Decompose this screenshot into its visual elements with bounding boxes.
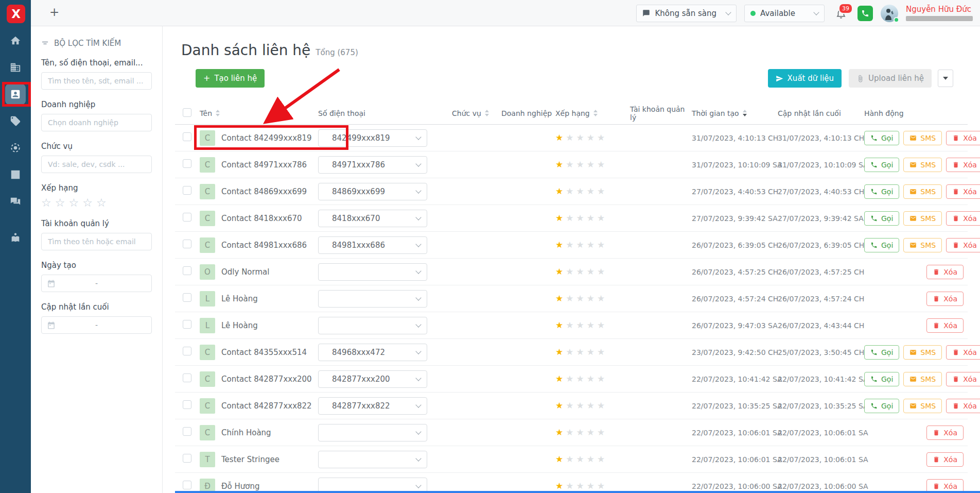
star-outline-icon[interactable]: ☆	[41, 196, 55, 209]
star-empty-icon[interactable]: ★	[576, 373, 587, 384]
new-tab-button[interactable]: +	[49, 5, 59, 19]
star-empty-icon[interactable]: ★	[597, 427, 607, 437]
star-empty-icon[interactable]: ★	[597, 454, 607, 464]
call-button[interactable]: Gọi	[864, 211, 899, 226]
star-filled-icon[interactable]: ★	[555, 293, 566, 303]
phone-dropdown[interactable]	[318, 290, 427, 308]
star-empty-icon[interactable]: ★	[587, 240, 597, 250]
star-empty-icon[interactable]: ★	[597, 213, 607, 223]
star-empty-icon[interactable]: ★	[587, 373, 597, 384]
star-empty-icon[interactable]: ★	[566, 186, 576, 196]
star-empty-icon[interactable]: ★	[587, 266, 597, 277]
rating-filter-stars[interactable]: ☆☆☆☆☆	[41, 197, 152, 209]
col-header-rating[interactable]: Xếp hạng	[555, 109, 630, 117]
star-empty-icon[interactable]: ★	[587, 481, 597, 491]
user-name[interactable]: Nguyễn Hữu Đức	[906, 5, 973, 14]
phone-dropdown[interactable]: 84869xxx699	[318, 183, 427, 200]
phone-dropdown[interactable]	[318, 451, 427, 468]
sidebar-item-company[interactable]	[0, 54, 31, 81]
phone-dropdown[interactable]	[318, 424, 427, 441]
sort-icon[interactable]	[216, 110, 220, 116]
contact-name-cell[interactable]: C Contact 8418xxx670	[200, 211, 318, 226]
call-button[interactable]: Gọi	[864, 345, 899, 360]
row-checkbox[interactable]	[183, 454, 191, 463]
star-empty-icon[interactable]: ★	[587, 347, 597, 357]
star-empty-icon[interactable]: ★	[566, 132, 576, 143]
row-checkbox[interactable]	[183, 213, 191, 222]
star-outline-icon[interactable]: ☆	[68, 196, 82, 209]
row-checkbox[interactable]	[183, 266, 191, 275]
contact-name-cell[interactable]: O Odly Normal	[200, 264, 318, 280]
star-filled-icon[interactable]: ★	[555, 213, 566, 223]
star-filled-icon[interactable]: ★	[555, 373, 566, 384]
row-checkbox[interactable]	[183, 240, 191, 248]
star-filled-icon[interactable]: ★	[555, 347, 566, 357]
star-empty-icon[interactable]: ★	[587, 213, 597, 223]
rating-stars[interactable]: ★★★★★	[555, 160, 630, 169]
contact-name-cell[interactable]: C Chính Hoàng	[200, 425, 318, 440]
star-empty-icon[interactable]: ★	[566, 240, 576, 250]
search-input[interactable]	[41, 72, 152, 90]
star-empty-icon[interactable]: ★	[597, 373, 607, 384]
position-input[interactable]	[41, 156, 152, 173]
star-outline-icon[interactable]: ☆	[55, 196, 69, 209]
star-empty-icon[interactable]: ★	[576, 454, 587, 464]
star-empty-icon[interactable]: ★	[576, 186, 587, 196]
contact-name-cell[interactable]: C Contact 842877xxx822	[200, 398, 318, 414]
rating-stars[interactable]: ★★★★★	[555, 214, 630, 223]
call-button[interactable]: Gọi	[864, 158, 899, 172]
sort-desc-icon[interactable]	[743, 110, 747, 116]
phone-dropdown[interactable]: 842877xxx200	[318, 370, 427, 388]
row-checkbox[interactable]	[183, 132, 191, 141]
star-empty-icon[interactable]: ★	[566, 293, 576, 303]
sidebar-item-chat[interactable]	[0, 188, 31, 215]
rating-stars[interactable]: ★★★★★	[555, 348, 630, 356]
delete-button[interactable]: Xóa	[926, 452, 964, 467]
created-date-input[interactable]: -	[41, 275, 152, 292]
star-empty-icon[interactable]: ★	[576, 132, 587, 143]
col-header-name[interactable]: Tên	[200, 109, 318, 117]
sidebar-item-home[interactable]	[0, 27, 31, 54]
row-checkbox[interactable]	[183, 159, 191, 168]
account-input[interactable]	[41, 233, 152, 250]
rating-stars[interactable]: ★★★★★	[555, 267, 630, 276]
star-empty-icon[interactable]: ★	[566, 266, 576, 277]
row-checkbox[interactable]	[183, 293, 191, 302]
notifications-button[interactable]: 39	[835, 8, 847, 19]
row-checkbox[interactable]	[183, 186, 191, 195]
contact-name-cell[interactable]: L Lê Hoàng	[200, 318, 318, 333]
delete-button[interactable]: Xóa	[946, 158, 980, 172]
sms-button[interactable]: SMS	[903, 399, 942, 413]
star-empty-icon[interactable]: ★	[576, 293, 587, 303]
contact-name-cell[interactable]: L Lê Hoàng	[200, 291, 318, 307]
star-empty-icon[interactable]: ★	[566, 320, 576, 330]
sidebar-item-campaign[interactable]	[0, 134, 31, 161]
star-empty-icon[interactable]: ★	[576, 427, 587, 437]
rating-stars[interactable]: ★★★★★	[555, 133, 630, 142]
upload-contacts-button[interactable]: Upload liên hệ	[849, 69, 932, 88]
star-empty-icon[interactable]: ★	[597, 320, 607, 330]
contact-name-cell[interactable]: C Contact 842877xxx200	[200, 371, 318, 387]
delete-button[interactable]: Xóa	[946, 131, 980, 145]
star-empty-icon[interactable]: ★	[566, 454, 576, 464]
star-empty-icon[interactable]: ★	[566, 159, 576, 169]
call-button[interactable]: Gọi	[864, 184, 899, 199]
star-empty-icon[interactable]: ★	[576, 347, 587, 357]
contact-name-cell[interactable]: T Tester Stringee	[200, 452, 318, 467]
star-empty-icon[interactable]: ★	[576, 213, 587, 223]
contact-name-cell[interactable]: C Contact 84869xxx699	[200, 184, 318, 199]
sidebar-item-reports[interactable]	[0, 161, 31, 188]
rating-stars[interactable]: ★★★★★	[555, 375, 630, 383]
star-empty-icon[interactable]: ★	[566, 400, 576, 411]
star-empty-icon[interactable]: ★	[587, 186, 597, 196]
row-checkbox[interactable]	[183, 320, 191, 329]
star-empty-icon[interactable]: ★	[587, 293, 597, 303]
star-empty-icon[interactable]: ★	[597, 240, 607, 250]
row-checkbox[interactable]	[183, 347, 191, 355]
col-header-created[interactable]: Thời gian tạo	[692, 109, 778, 117]
star-filled-icon[interactable]: ★	[555, 266, 566, 277]
star-filled-icon[interactable]: ★	[555, 400, 566, 411]
rating-stars[interactable]: ★★★★★	[555, 401, 630, 410]
rating-stars[interactable]: ★★★★★	[555, 428, 630, 437]
star-empty-icon[interactable]: ★	[566, 427, 576, 437]
